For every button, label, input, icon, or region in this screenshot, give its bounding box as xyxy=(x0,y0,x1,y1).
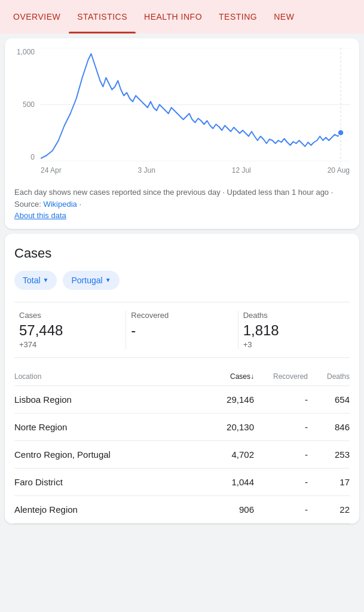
row-3-location: Faro District xyxy=(14,477,200,487)
recovered-stat-label: Recovered xyxy=(131,311,233,320)
row-2-deaths: 253 xyxy=(308,449,350,460)
deaths-stat-delta: +3 xyxy=(243,340,345,349)
cases-stat: Cases 57,448 +374 xyxy=(14,311,126,349)
row-4-cases: 906 xyxy=(200,504,254,515)
cases-stat-label: Cases xyxy=(19,311,121,320)
x-axis: 24 Apr 3 Jun 12 Jul 20 Aug xyxy=(41,161,350,179)
chart-area: 1,000 500 0 24 Apr 3 Jun 12 Jul xyxy=(14,48,350,179)
chart-info: Each day shows new cases reported since … xyxy=(14,186,350,222)
th-deaths: Deaths xyxy=(308,372,350,381)
row-0-recovered: - xyxy=(254,394,308,405)
portugal-filter-label: Portugal xyxy=(71,276,102,285)
row-0-location: Lisboa Region xyxy=(14,394,200,405)
y-axis: 1,000 500 0 xyxy=(14,48,38,161)
chart-svg xyxy=(41,48,350,161)
cases-stat-delta: +374 xyxy=(19,340,121,349)
chart-plot xyxy=(41,48,350,161)
row-1-cases: 20,130 xyxy=(200,422,254,432)
row-1-deaths: 846 xyxy=(308,422,350,432)
deaths-stat-label: Deaths xyxy=(243,311,345,320)
top-navigation: OVERVIEW STATISTICS HEALTH INFO TESTING … xyxy=(0,0,364,33)
row-3-recovered: - xyxy=(254,477,308,487)
nav-testing[interactable]: TESTING xyxy=(210,0,265,33)
x-label-jun: 3 Jun xyxy=(138,166,155,175)
about-data-link[interactable]: About this data xyxy=(14,211,66,220)
recovered-stat: Recovered - xyxy=(126,311,238,349)
row-3-deaths: 17 xyxy=(308,477,350,487)
table-row: Alentejo Region 906 - 22 xyxy=(14,496,350,524)
cases-stat-value: 57,448 xyxy=(19,322,121,339)
deaths-stat-value: 1,818 xyxy=(243,322,345,339)
wikipedia-link[interactable]: Wikipedia xyxy=(43,200,77,209)
row-4-location: Alentejo Region xyxy=(14,504,200,515)
deaths-stat: Deaths 1,818 +3 xyxy=(238,311,350,349)
y-label-500: 500 xyxy=(23,100,35,109)
row-0-deaths: 654 xyxy=(308,394,350,405)
cases-card: Cases Total ▼ Portugal ▼ Cases 57,448 +3… xyxy=(5,234,359,524)
total-filter-button[interactable]: Total ▼ xyxy=(14,271,57,290)
y-label-0: 0 xyxy=(30,153,35,161)
row-2-cases: 4,702 xyxy=(200,449,254,460)
row-4-recovered: - xyxy=(254,504,308,515)
svg-point-4 xyxy=(338,130,344,136)
table-header: Location Cases↓ Recovered Deaths xyxy=(14,368,350,386)
cases-title: Cases xyxy=(14,246,350,261)
row-4-deaths: 22 xyxy=(308,504,350,515)
table-row: Norte Region 20,130 - 846 xyxy=(14,414,350,441)
portugal-filter-button[interactable]: Portugal ▼ xyxy=(63,271,119,290)
row-0-cases: 29,146 xyxy=(200,394,254,405)
x-label-apr: 24 Apr xyxy=(41,166,62,175)
th-cases[interactable]: Cases↓ xyxy=(200,372,254,381)
nav-new[interactable]: NEW xyxy=(265,0,302,33)
row-3-cases: 1,044 xyxy=(200,477,254,487)
nav-statistics[interactable]: STATISTICS xyxy=(69,0,136,33)
th-location: Location xyxy=(14,372,200,381)
stats-row: Cases 57,448 +374 Recovered - Deaths 1,8… xyxy=(14,302,350,358)
total-chevron-icon: ▼ xyxy=(43,277,49,283)
row-2-recovered: - xyxy=(254,449,308,460)
filter-row: Total ▼ Portugal ▼ xyxy=(14,271,350,290)
total-filter-label: Total xyxy=(23,276,41,285)
chart-card: 1,000 500 0 24 Apr 3 Jun 12 Jul xyxy=(5,38,359,229)
recovered-stat-value: - xyxy=(131,322,233,339)
table-row: Centro Region, Portugal 4,702 - 253 xyxy=(14,441,350,469)
x-label-aug: 20 Aug xyxy=(328,166,350,175)
table-row: Lisboa Region 29,146 - 654 xyxy=(14,386,350,414)
nav-overview[interactable]: OVERVIEW xyxy=(5,0,69,33)
x-label-jul: 12 Jul xyxy=(232,166,251,175)
th-recovered: Recovered xyxy=(254,372,308,381)
nav-health-info[interactable]: HEALTH INFO xyxy=(136,0,210,33)
table-row: Faro District 1,044 - 17 xyxy=(14,469,350,496)
row-1-recovered: - xyxy=(254,422,308,432)
portugal-chevron-icon: ▼ xyxy=(105,277,111,283)
y-label-1000: 1,000 xyxy=(17,48,35,56)
row-1-location: Norte Region xyxy=(14,422,200,432)
row-2-location: Centro Region, Portugal xyxy=(14,449,200,460)
